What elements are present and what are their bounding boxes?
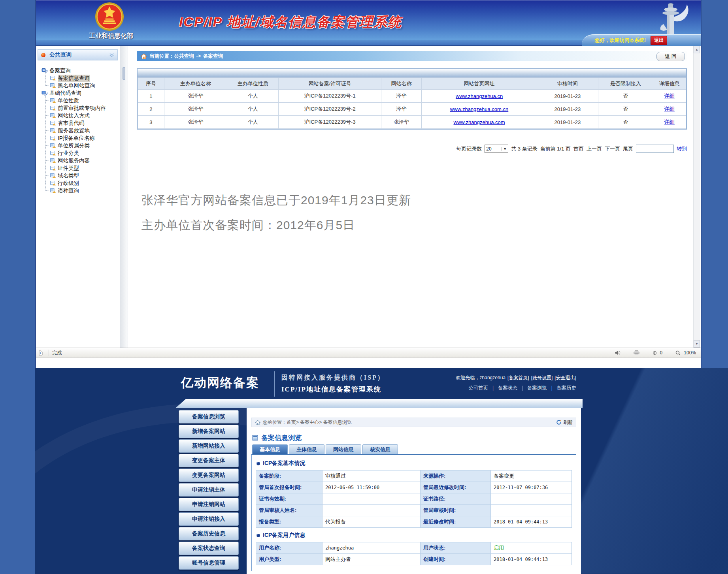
- account-link[interactable]: [备案首页]: [507, 375, 529, 381]
- sidebar-item[interactable]: IP报备单位名称: [41, 134, 120, 142]
- menu-button[interactable]: 变更备案网站: [179, 469, 239, 482]
- detail-panel: ICP备案基本情况备案阶段:审核通过来源操作:备案变更管局首次报备时间:2012…: [251, 454, 576, 571]
- footer-nav-link[interactable]: 公司首页: [468, 385, 488, 391]
- field-value: 网站主办者: [323, 554, 421, 565]
- sidebar-group[interactable]: 基础代码查询: [41, 89, 120, 97]
- menu-button[interactable]: 备案历史信息: [179, 527, 239, 540]
- detail-link[interactable]: 详细: [664, 93, 675, 99]
- detail-row: 证书有效期:证书路径:: [256, 493, 572, 505]
- sidebar: 公共查询 备案查询备案信息查询黑名单网站查询基础代码查询单位性质前置审批或专项内…: [36, 46, 120, 348]
- cell-org: 张泽华: [164, 116, 227, 129]
- printer-icon[interactable]: [634, 350, 639, 355]
- total-records: 共 3 条记录: [511, 145, 537, 152]
- sidebar-item[interactable]: 单位所属分类: [41, 142, 120, 149]
- column-header: 详细信息: [653, 78, 686, 90]
- sidebar-header[interactable]: 公共查询: [38, 49, 118, 60]
- column-header: 审核时间: [537, 78, 598, 90]
- sidebar-item[interactable]: 网站服务内容: [41, 157, 120, 164]
- column-header: 主办单位名称: [164, 78, 227, 90]
- first-page-button[interactable]: 首页: [573, 145, 584, 152]
- sidebar-item[interactable]: 行业分类: [41, 149, 120, 157]
- footer-nav-link[interactable]: 备案历史: [556, 385, 576, 391]
- menu-button[interactable]: 申请注销主体: [179, 483, 239, 497]
- scroll-up-icon[interactable]: ▲: [694, 46, 700, 53]
- sidebar-item[interactable]: 证件类型: [41, 164, 120, 172]
- footer-nav-link[interactable]: 备案浏览: [527, 385, 547, 391]
- tab-4[interactable]: 核实信息: [362, 444, 398, 454]
- menu-button[interactable]: 备案信息浏览: [179, 410, 239, 423]
- sidebar-item[interactable]: 前置审批或专项内容: [41, 104, 120, 112]
- sidebar-item-label: 服务器放置地: [58, 127, 90, 134]
- menu-button[interactable]: 账号信息管理: [179, 556, 239, 570]
- sidebar-item[interactable]: 域名类型: [41, 172, 120, 179]
- sidebar-item[interactable]: 网站接入方式: [41, 112, 120, 119]
- zoom-level[interactable]: 100%: [684, 350, 696, 356]
- magnifier-icon[interactable]: [675, 350, 681, 356]
- goto-button[interactable]: 转到: [677, 145, 687, 152]
- site-url-link[interactable]: www.zhangzehua.cn: [456, 93, 503, 99]
- sidebar-item-label: 行政级别: [58, 180, 79, 187]
- sidebar-item-label: 单位所属分类: [58, 142, 90, 149]
- sidebar-group-label: 备案查询: [49, 67, 71, 74]
- prev-page-button[interactable]: 上一页: [587, 145, 602, 152]
- field-label: 最近修改时间:: [421, 516, 491, 528]
- refresh-button[interactable]: 刷新: [556, 419, 573, 426]
- account-link[interactable]: [账号设置]: [531, 375, 553, 381]
- welcome-text: 您好，欢迎访问本系统!: [595, 37, 646, 44]
- field-label: 备案阶段:: [256, 470, 323, 482]
- menu-button[interactable]: 申请注销接入: [179, 512, 239, 526]
- detail-link[interactable]: 详细: [664, 119, 675, 125]
- sidebar-splitter[interactable]: [120, 46, 128, 348]
- field-label: 用户名称:: [256, 542, 323, 554]
- back-button[interactable]: 返 回: [656, 52, 685, 61]
- page-arrow-icon: [50, 121, 56, 126]
- menu-button[interactable]: 新增网站接入: [179, 439, 239, 453]
- tab-3[interactable]: 网站信息: [326, 444, 361, 454]
- vertical-scrollbar[interactable]: ▲ ▼: [693, 46, 700, 348]
- field-label: 创建时间:: [421, 554, 491, 565]
- sidebar-group[interactable]: 备案查询: [41, 67, 120, 74]
- cell-org: 张泽华: [164, 103, 227, 116]
- next-page-button[interactable]: 下一页: [605, 145, 620, 152]
- detail-table: 备案阶段:审核通过来源操作:备案变更管局首次报备时间:2012-06-05 11…: [256, 470, 572, 528]
- page-arrow-icon: [50, 173, 56, 178]
- chevron-down-icon[interactable]: [109, 53, 114, 57]
- nav-separator: ｜: [549, 385, 554, 391]
- footer-brand: 亿动网络备案: [181, 375, 259, 391]
- footer-slogan-system: ICP/IP地址信息备案管理系统: [281, 385, 381, 394]
- sidebar-item[interactable]: 服务器放置地: [41, 127, 120, 134]
- sidebar-item[interactable]: 黑名单网站查询: [41, 82, 120, 89]
- tab-1[interactable]: 基本信息: [252, 444, 288, 454]
- tab-2[interactable]: 主体信息: [289, 444, 324, 454]
- field-label: 证书路径:: [421, 493, 491, 505]
- footer-nav-link[interactable]: 备案状态: [498, 385, 518, 391]
- menu-button[interactable]: 备案状态查询: [179, 542, 239, 555]
- detail-link[interactable]: 详细: [664, 106, 675, 112]
- page: 工业和信息化部 ICP/IP 地址/域名信息备案管理系统: [0, 0, 728, 574]
- pagination: 每页记录数 20 ▼ 共 3 条记录 当前第 1/1 页 首页 上一页 下一页 …: [137, 145, 687, 153]
- scroll-down-icon[interactable]: ▼: [694, 340, 700, 348]
- site-url-link[interactable]: www.zhangzehua.com: [454, 119, 505, 125]
- menu-button[interactable]: 新增备案网站: [179, 425, 239, 438]
- last-page-button[interactable]: 尾页: [623, 145, 633, 152]
- splitter-grip-icon[interactable]: [123, 67, 125, 80]
- per-page-select[interactable]: 20 ▼: [485, 145, 508, 153]
- logout-button[interactable]: 退出: [651, 36, 667, 45]
- field-value: [491, 505, 572, 516]
- menu-button[interactable]: 变更备案主体: [179, 454, 239, 467]
- speaker-icon[interactable]: [615, 350, 620, 355]
- menu-button[interactable]: 申请注销网站: [179, 498, 239, 511]
- cell-url: www.zhangzehua.com.cn: [422, 103, 537, 116]
- field-value: 备案变更: [491, 470, 572, 482]
- goto-page-input[interactable]: [636, 145, 674, 153]
- sidebar-item[interactable]: 单位性质: [41, 97, 120, 104]
- cell-org_type: 个人: [227, 90, 279, 103]
- cell-license: 沪ICP备12022239号-3: [279, 116, 381, 129]
- sidebar-item[interactable]: 语种查询: [41, 187, 120, 194]
- column-header: 网站名称: [381, 78, 422, 90]
- site-url-link[interactable]: www.zhangzehua.com.cn: [450, 106, 508, 112]
- sidebar-item[interactable]: 备案信息查询: [41, 74, 120, 82]
- sidebar-item[interactable]: 行政级别: [41, 179, 120, 187]
- sidebar-item[interactable]: 省市县代码: [41, 119, 120, 127]
- account-link[interactable]: [安全退出]: [554, 375, 576, 381]
